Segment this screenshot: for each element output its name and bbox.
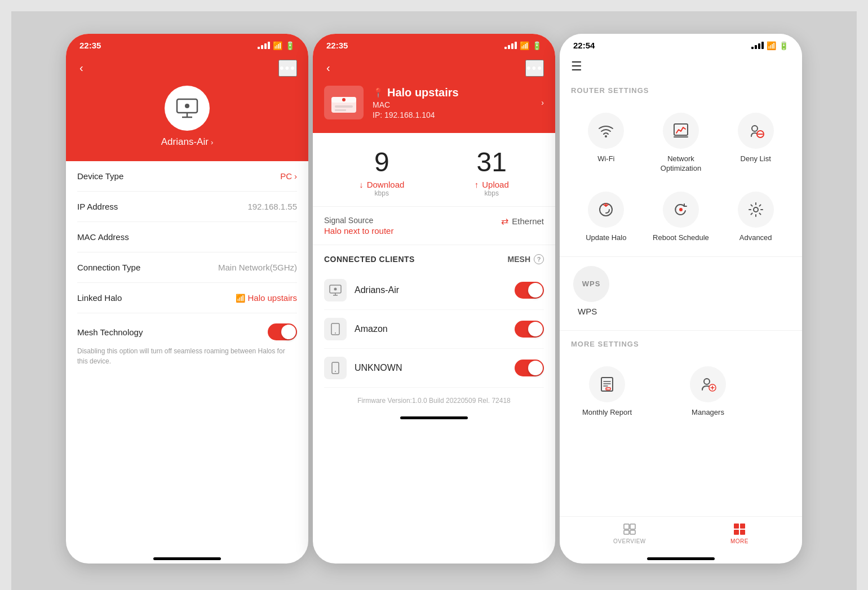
- ip-address-row: IP Address 192.168.1.55: [77, 192, 297, 222]
- wps-item[interactable]: WPS WPS: [571, 261, 791, 321]
- advanced-item[interactable]: Advanced: [718, 183, 793, 252]
- svg-rect-41: [740, 524, 745, 529]
- download-label-row: ↓ Download: [359, 180, 404, 189]
- signal-icon-2: [504, 42, 517, 49]
- more-options-button-2[interactable]: •••: [525, 60, 544, 77]
- client-toggle-2[interactable]: [515, 360, 544, 376]
- ethernet-label: Ethernet: [512, 216, 544, 226]
- home-indicator-1: [66, 550, 308, 564]
- screen2-header: ‹ ••• 📍 Halo upst: [313, 54, 555, 133]
- mesh-toggle[interactable]: [268, 323, 297, 340]
- mesh-help-icon[interactable]: ?: [534, 254, 544, 264]
- status-icons-3: 📶 🔋: [751, 41, 789, 50]
- halo-router-icon: [327, 88, 361, 117]
- client-icon-1: [324, 318, 347, 340]
- managers-item[interactable]: Managers: [685, 357, 730, 427]
- device-detail-chevron[interactable]: ›: [541, 98, 544, 107]
- svg-rect-42: [734, 530, 739, 535]
- more-settings-grid: 5 Monthly Report Managers: [560, 353, 802, 431]
- managers-label: Managers: [692, 408, 724, 418]
- screen3-router-settings: 22:54 📶 🔋 ☰ ROUTER SETTINGS: [560, 34, 802, 564]
- more-nav-icon: [733, 522, 746, 536]
- signal-icon-3: [751, 42, 764, 49]
- svg-rect-39: [630, 530, 635, 534]
- back-button-2[interactable]: ‹: [324, 59, 333, 77]
- update-halo-item[interactable]: Update Halo: [569, 183, 644, 252]
- deny-list-item[interactable]: Deny List: [718, 104, 793, 183]
- bottom-nav-overview[interactable]: OVERVIEW: [613, 522, 646, 544]
- upload-label-row: ↑ Upload: [475, 180, 509, 189]
- info-rows: Device Type PC › IP Address 192.168.1.55…: [66, 161, 308, 550]
- hamburger-menu-icon[interactable]: ☰: [571, 59, 582, 73]
- svg-point-17: [605, 135, 607, 137]
- bottom-nav: OVERVIEW MORE: [560, 516, 802, 550]
- wifi-linked-icon: 📶: [236, 294, 245, 303]
- download-label: Download: [367, 180, 405, 189]
- time-1: 22:35: [79, 41, 101, 50]
- device-avatar: [165, 86, 210, 131]
- network-optimization-item[interactable]: Network Optimization: [644, 104, 719, 183]
- screen3-header: ☰: [560, 54, 802, 77]
- wps-row: WPS: [573, 266, 789, 307]
- router-settings-title: ROUTER SETTINGS: [560, 77, 802, 99]
- network-opt-label: Network Optimization: [648, 154, 714, 174]
- download-speed-value: 9: [359, 147, 404, 178]
- wps-circle: WPS: [573, 266, 609, 302]
- reboot-icon-circle: [663, 192, 699, 228]
- svg-rect-7: [335, 105, 353, 108]
- client-name-2: UNKNOWN: [355, 363, 507, 373]
- svg-point-32: [704, 379, 710, 384]
- home-bar-3: [647, 557, 715, 560]
- linked-halo-label: Linked Halo: [77, 293, 122, 303]
- more-nav-label: MORE: [730, 538, 749, 544]
- more-options-button-1[interactable]: •••: [278, 60, 297, 77]
- wifi-setting-icon: [597, 122, 615, 140]
- bottom-nav-more[interactable]: MORE: [730, 522, 749, 544]
- home-indicator-3: [560, 550, 802, 564]
- device-type-label: Device Type: [77, 171, 123, 181]
- halo-device-image: [324, 86, 364, 119]
- time-2: 22:35: [326, 41, 348, 50]
- status-bar-3: 22:54 📶 🔋: [560, 34, 802, 54]
- client-icon-2: [324, 357, 347, 379]
- wps-section: WPS WPS: [560, 256, 802, 331]
- report-icon-circle: 5: [589, 366, 625, 402]
- ip-address-value: 192.168.1.55: [247, 202, 297, 211]
- back-button-1[interactable]: ‹: [77, 59, 86, 77]
- status-icons-1: 📶 🔋: [258, 41, 295, 50]
- client-icon-0: [324, 279, 347, 301]
- home-indicator-2: [313, 409, 555, 423]
- status-bar-1: 22:35 📶 🔋: [66, 34, 308, 54]
- client-toggle-1[interactable]: [515, 321, 544, 338]
- halo-title: 📍 Halo upstairs: [373, 86, 532, 99]
- advanced-label: Advanced: [739, 233, 772, 243]
- wifi-setting-item[interactable]: Wi-Fi: [569, 104, 644, 183]
- connection-type-value: Main Network(5GHz): [218, 263, 297, 272]
- upload-arrow-icon: ↑: [475, 180, 479, 189]
- speed-section: 9 ↓ Download kbps 31 ↑ Upload kbps: [313, 133, 555, 207]
- svg-point-3: [185, 104, 189, 108]
- home-bar-1: [153, 557, 221, 560]
- linked-halo-row[interactable]: Linked Halo 📶 Halo upstairs: [77, 283, 297, 313]
- reboot-schedule-item[interactable]: Reboot Schedule: [644, 183, 719, 252]
- wps-label: WPS: [573, 307, 597, 316]
- monitor-client-icon: [329, 283, 342, 297]
- client-toggle-0[interactable]: [515, 282, 544, 299]
- managers-icon-circle: [690, 366, 726, 402]
- screen1-device-detail: 22:35 📶 🔋 ‹ •••: [66, 34, 308, 564]
- device-type-row[interactable]: Device Type PC ›: [77, 161, 297, 192]
- monthly-report-item[interactable]: 5 Monthly Report: [578, 357, 636, 427]
- advanced-icon-circle: [738, 192, 774, 228]
- linked-halo-value: 📶 Halo upstairs: [236, 293, 297, 303]
- monthly-report-label: Monthly Report: [582, 408, 632, 418]
- svg-rect-40: [734, 524, 739, 529]
- svg-rect-43: [740, 530, 745, 535]
- download-arrow-icon: ↓: [359, 180, 364, 189]
- device-type-chevron: ›: [294, 171, 297, 181]
- signal-source-label: Signal Source: [324, 216, 501, 225]
- managers-setting-icon: [699, 375, 717, 393]
- client-row-1: Amazon: [324, 310, 544, 349]
- signal-source-value: Halo next to router: [324, 226, 501, 236]
- upload-speed-item: 31 ↑ Upload kbps: [475, 147, 509, 197]
- connected-clients-title: CONNECTED CLIENTS: [324, 255, 415, 264]
